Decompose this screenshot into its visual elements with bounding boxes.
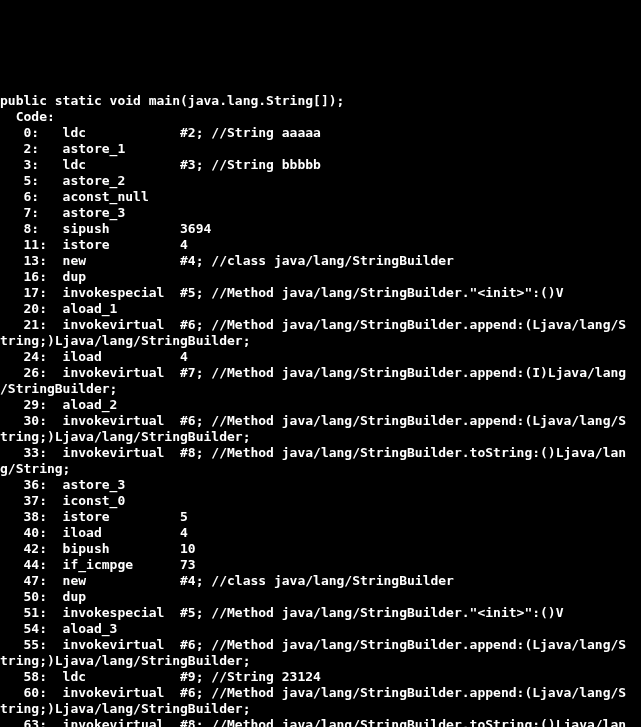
- terminal-output: public static void main(java.lang.String…: [0, 93, 641, 727]
- terminal-line: public static void main(java.lang.String…: [0, 93, 641, 109]
- terminal-line: 55: invokevirtual #6; //Method java/lang…: [0, 637, 641, 653]
- terminal-line: 3: ldc #3; //String bbbbb: [0, 157, 641, 173]
- terminal-line: 11: istore 4: [0, 237, 641, 253]
- terminal-line: 37: iconst_0: [0, 493, 641, 509]
- terminal-line: 20: aload_1: [0, 301, 641, 317]
- terminal-line: 24: iload 4: [0, 349, 641, 365]
- terminal-line: 47: new #4; //class java/lang/StringBuil…: [0, 573, 641, 589]
- terminal-line: 63: invokevirtual #8; //Method java/lang…: [0, 717, 641, 727]
- terminal-line: 29: aload_2: [0, 397, 641, 413]
- terminal-line: 33: invokevirtual #8; //Method java/lang…: [0, 445, 641, 461]
- terminal-line: 60: invokevirtual #6; //Method java/lang…: [0, 685, 641, 701]
- terminal-line: 44: if_icmpge 73: [0, 557, 641, 573]
- terminal-line: 26: invokevirtual #7; //Method java/lang…: [0, 365, 641, 381]
- terminal-line: 16: dup: [0, 269, 641, 285]
- terminal-line: 50: dup: [0, 589, 641, 605]
- terminal-line: 2: astore_1: [0, 141, 641, 157]
- terminal-line: tring;)Ljava/lang/StringBuilder;: [0, 653, 641, 669]
- terminal-line: 7: astore_3: [0, 205, 641, 221]
- terminal-line: 51: invokespecial #5; //Method java/lang…: [0, 605, 641, 621]
- terminal-line: 30: invokevirtual #6; //Method java/lang…: [0, 413, 641, 429]
- terminal-line: 8: sipush 3694: [0, 221, 641, 237]
- terminal-line: 58: ldc #9; //String 23124: [0, 669, 641, 685]
- terminal-line: 54: aload_3: [0, 621, 641, 637]
- terminal-line: 40: iload 4: [0, 525, 641, 541]
- terminal-line: 6: aconst_null: [0, 189, 641, 205]
- terminal-line: 36: astore_3: [0, 477, 641, 493]
- terminal-line: /StringBuilder;: [0, 381, 641, 397]
- terminal-line: 38: istore 5: [0, 509, 641, 525]
- terminal-line: tring;)Ljava/lang/StringBuilder;: [0, 333, 641, 349]
- terminal-line: 17: invokespecial #5; //Method java/lang…: [0, 285, 641, 301]
- terminal-line: 13: new #4; //class java/lang/StringBuil…: [0, 253, 641, 269]
- terminal-line: tring;)Ljava/lang/StringBuilder;: [0, 429, 641, 445]
- terminal-line: 21: invokevirtual #6; //Method java/lang…: [0, 317, 641, 333]
- terminal-line: 0: ldc #2; //String aaaaa: [0, 125, 641, 141]
- terminal-line: tring;)Ljava/lang/StringBuilder;: [0, 701, 641, 717]
- terminal-line: Code:: [0, 109, 641, 125]
- terminal-line: 5: astore_2: [0, 173, 641, 189]
- terminal-line: g/String;: [0, 461, 641, 477]
- terminal-line: 42: bipush 10: [0, 541, 641, 557]
